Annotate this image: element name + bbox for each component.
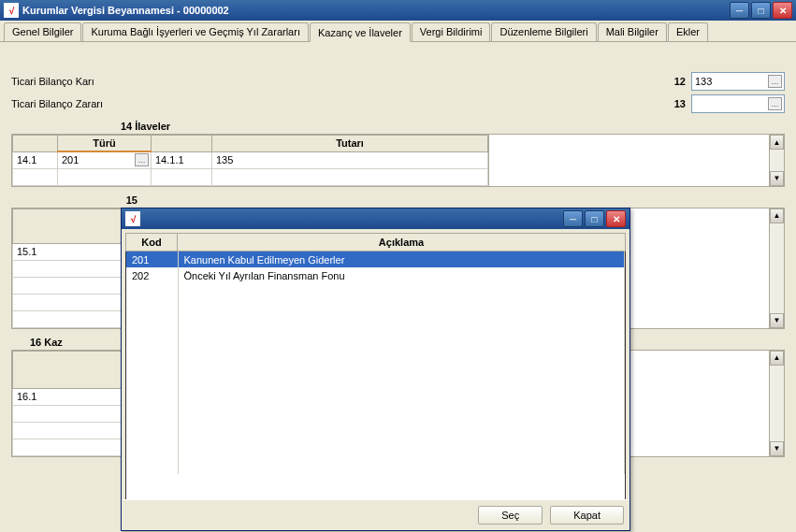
lookup-kod: 201: [126, 252, 178, 267]
ticari-zarar-label: Ticari Bilanço Zararı: [11, 98, 103, 109]
grid14-tutar[interactable]: 135: [212, 151, 488, 168]
tab-duzenleme-bilgileri[interactable]: Düzenleme Bilgileri: [491, 22, 596, 41]
lookup-grid: Kod Açıklama: [125, 233, 626, 252]
lookup-aciklama: Önceki Yıl Ayrılan Finansman Fonu: [178, 267, 625, 283]
lookup-aciklama: Kanunen Kabul Edilmeyen Giderler: [178, 252, 625, 267]
grid14-turu-lookup-button[interactable]: …: [135, 153, 149, 166]
scroll-up-button[interactable]: ▲: [770, 351, 784, 366]
grid16-idx: 16.1: [13, 388, 124, 405]
tab-genel-bilgiler[interactable]: Genel Bilgiler: [4, 22, 81, 41]
grid14-turu-cell[interactable]: 201 …: [58, 151, 152, 168]
grid14-sub: 14.1.1: [152, 151, 212, 168]
dialog-titlebar: √ ─ □ ✕: [122, 208, 630, 229]
grid14-header-turu: Türü: [58, 136, 152, 152]
grid14-header-blank2: [152, 136, 212, 152]
dialog-close-button[interactable]: ✕: [606, 210, 626, 227]
ticari-zarar-input[interactable]: …: [691, 94, 785, 113]
dialog-body: Kod Açıklama 201 Kanunen Kabul Edilmeyen…: [122, 229, 630, 499]
scroll-down-button[interactable]: ▼: [770, 171, 784, 186]
select-button[interactable]: Seç: [478, 506, 543, 525]
tab-isyerleri-zararlar[interactable]: Kuruma Bağlı İşyerleri ve Geçmiş Yıl Zar…: [82, 22, 309, 41]
section-15-title: 15: [30, 194, 137, 206]
grid16-scrollbar[interactable]: ▲ ▼: [769, 351, 784, 456]
tab-mali-bilgiler[interactable]: Mali Bilgiler: [598, 22, 667, 41]
grid14-idx: 14.1: [13, 151, 58, 168]
tab-vergi-bildirimi[interactable]: Vergi Bildirimi: [412, 22, 491, 41]
field-number-12: 12: [674, 76, 686, 87]
grid14-header-blank: [13, 136, 58, 152]
minimize-button[interactable]: ─: [730, 2, 749, 19]
scroll-down-button[interactable]: ▼: [770, 441, 784, 456]
app-icon: √: [4, 3, 19, 18]
lookup-header-aciklama: Açıklama: [178, 234, 626, 252]
dialog-minimize-button[interactable]: ─: [563, 210, 583, 227]
grid-14: Türü Tutarı 14.1 201 … 14.1.1 135 ▲ ▼: [11, 134, 785, 187]
grid16-header-blank: [13, 351, 124, 388]
lookup-row[interactable]: 201 Kanunen Kabul Edilmeyen Giderler: [126, 252, 625, 267]
ticari-kar-lookup-button[interactable]: …: [768, 75, 782, 88]
window-titlebar: √ Kurumlar Vergisi Beyannamesi - 0000000…: [0, 0, 796, 21]
ticari-kar-input[interactable]: 133 …: [691, 72, 785, 91]
ticari-kar-value: 133: [695, 76, 712, 87]
grid14-row[interactable]: 14.1 201 … 14.1.1 135: [13, 151, 488, 168]
scroll-up-button[interactable]: ▲: [770, 208, 784, 223]
scroll-down-button[interactable]: ▼: [770, 313, 784, 328]
close-button[interactable]: ✕: [773, 2, 792, 19]
grid15-idx: 15.1: [13, 243, 124, 260]
lookup-dialog: √ ─ □ ✕ Kod Açıklama 201 Kanunen Kabul E…: [121, 208, 630, 531]
lookup-kod: 202: [126, 267, 178, 283]
close-dialog-button[interactable]: Kapat: [550, 506, 624, 525]
tab-strip: Genel Bilgiler Kuruma Bağlı İşyerleri ve…: [0, 21, 796, 42]
grid15-header-blank: [13, 208, 124, 243]
lookup-header-kod: Kod: [126, 234, 178, 252]
lookup-row[interactable]: 202 Önceki Yıl Ayrılan Finansman Fonu: [126, 267, 625, 283]
ticari-zarar-lookup-button[interactable]: …: [768, 97, 782, 110]
section-14-title: 14 İlaveler: [0, 121, 785, 132]
tab-ekler[interactable]: Ekler: [668, 22, 708, 41]
scroll-up-button[interactable]: ▲: [770, 135, 784, 150]
dialog-footer: Seç Kapat: [122, 499, 630, 530]
grid14-header-tutari: Tutarı: [212, 136, 488, 152]
tab-kazanc-ilaveler[interactable]: Kazanç ve İlaveler: [310, 22, 411, 42]
window-title: Kurumlar Vergisi Beyannamesi - 00000002: [22, 5, 730, 16]
dialog-icon: √: [125, 211, 140, 226]
maximize-button[interactable]: □: [751, 2, 771, 19]
dialog-maximize-button[interactable]: □: [585, 210, 604, 227]
grid15-scrollbar[interactable]: ▲ ▼: [769, 208, 784, 328]
field-number-13: 13: [674, 98, 686, 109]
grid14-scrollbar[interactable]: ▲ ▼: [769, 135, 784, 186]
ticari-kar-label: Ticari Bilanço Karı: [11, 76, 94, 87]
